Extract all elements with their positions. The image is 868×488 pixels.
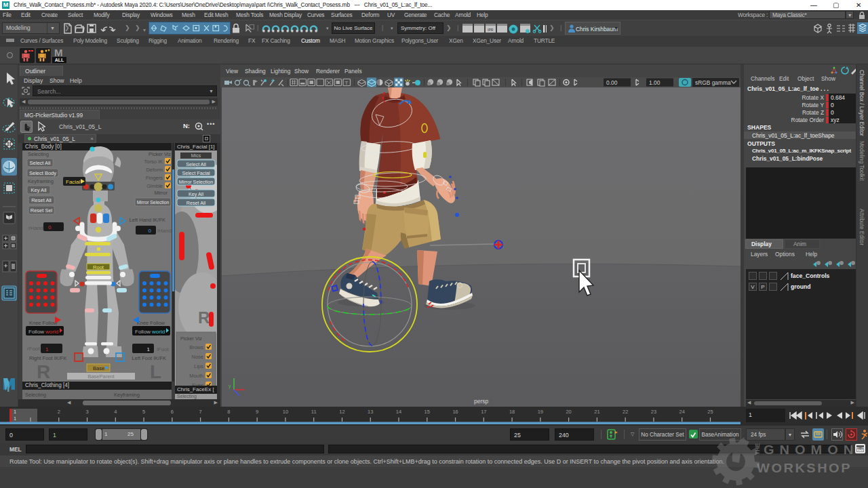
svg-text:25: 25 — [707, 409, 713, 415]
svg-text:Left Hand IK/FK: Left Hand IK/FK — [130, 217, 165, 223]
svg-text:Reset All: Reset All — [186, 200, 206, 206]
svg-text:Reset All: Reset All — [31, 197, 52, 203]
svg-text:16: 16 — [452, 409, 458, 415]
svg-text:23: 23 — [651, 409, 656, 415]
svg-text:20: 20 — [566, 409, 571, 415]
svg-text:Deform: Deform — [146, 167, 163, 173]
svg-text:Select Body: Select Body — [29, 170, 56, 176]
svg-text:Left Foot IK/FK: Left Foot IK/FK — [132, 355, 166, 361]
svg-text:Picker Viz: Picker Viz — [180, 336, 202, 342]
svg-text:1.00: 1.00 — [649, 79, 660, 86]
svg-text:Key All: Key All — [189, 191, 203, 197]
svg-text:Base: Base — [93, 365, 104, 371]
svg-text:7: 7 — [199, 409, 202, 415]
svg-text:IPR: IPR — [488, 28, 494, 32]
svg-text:Right Foot IK/FK: Right Foot IK/FK — [29, 355, 66, 361]
svg-text:4: 4 — [114, 409, 117, 415]
svg-text:world: world — [45, 329, 58, 335]
svg-text:24: 24 — [679, 409, 685, 415]
svg-text:BaseParent: BaseParent — [87, 373, 115, 380]
svg-text:Knee Follow: Knee Follow — [137, 320, 165, 326]
svg-text:12: 12 — [339, 409, 344, 415]
svg-text:rFoot: rFoot — [27, 346, 40, 352]
svg-text:10: 10 — [283, 409, 288, 415]
svg-text:5: 5 — [142, 409, 145, 415]
svg-text:Selecting: Selecting — [28, 151, 49, 157]
svg-text:Lips: Lips — [194, 363, 203, 369]
svg-text:2: 2 — [58, 409, 60, 415]
svg-text:Reset Sel: Reset Sel — [31, 207, 53, 214]
svg-text:Mouth: Mouth — [189, 373, 203, 379]
svg-text:19: 19 — [538, 409, 543, 415]
svg-text:0: 0 — [149, 228, 152, 234]
svg-text:Brows: Brows — [189, 344, 203, 350]
svg-text:Knee Follow: Knee Follow — [29, 320, 58, 326]
svg-text:Mics: Mics — [191, 153, 201, 158]
svg-text:Fingers: Fingers — [146, 175, 163, 181]
svg-text:world: world — [151, 329, 165, 335]
svg-text:Mirror Selection: Mirror Selection — [137, 200, 170, 205]
svg-text:11: 11 — [311, 409, 317, 415]
svg-text:Torso IK: Torso IK — [144, 159, 163, 165]
svg-text:R: R — [37, 361, 50, 382]
svg-text:0: 0 — [48, 224, 52, 230]
svg-text:Root: Root — [93, 264, 104, 270]
svg-text:1: 1 — [45, 346, 49, 352]
svg-text:T: T — [345, 80, 349, 86]
svg-text:Select All: Select All — [30, 160, 51, 166]
svg-text:0.00: 0.00 — [606, 79, 618, 86]
svg-text:14: 14 — [396, 409, 401, 415]
svg-text:Mirror: Mirror — [154, 190, 167, 196]
svg-text:Keyframing: Keyframing — [28, 178, 54, 184]
svg-text:8: 8 — [227, 409, 230, 415]
svg-text:persp: persp — [474, 398, 489, 405]
svg-text:Follow: Follow — [135, 329, 151, 335]
svg-text:sRGB gamma: sRGB gamma — [695, 79, 731, 86]
svg-text:Select All: Select All — [186, 161, 206, 167]
svg-text:Gimble: Gimble — [146, 183, 163, 189]
svg-text:L: L — [150, 361, 161, 382]
svg-text:18: 18 — [509, 409, 515, 415]
svg-text:Key All: Key All — [31, 187, 47, 193]
svg-text:13: 13 — [368, 409, 373, 415]
svg-text:R: R — [198, 308, 210, 327]
svg-text:1: 1 — [147, 346, 151, 352]
svg-text:3: 3 — [85, 409, 88, 415]
svg-text:Select Facial: Select Facial — [182, 170, 210, 176]
svg-text:21: 21 — [594, 409, 599, 415]
svg-text:lFoot: lFoot — [157, 346, 170, 352]
svg-text:Nose: Nose — [191, 354, 203, 360]
svg-text:9: 9 — [256, 409, 258, 415]
svg-text:22: 22 — [623, 409, 628, 415]
svg-text:6: 6 — [171, 409, 174, 415]
svg-text:17: 17 — [481, 409, 486, 415]
svg-text:y: y — [229, 384, 231, 389]
svg-text:Picker Viz: Picker Viz — [149, 151, 171, 157]
svg-text:Facial: Facial — [66, 179, 81, 185]
svg-text:rHand: rHand — [28, 225, 43, 231]
svg-text:Mirror Selection: Mirror Selection — [179, 179, 213, 185]
svg-text:Follow: Follow — [28, 329, 44, 335]
svg-text:lHand: lHand — [157, 228, 172, 234]
svg-text:15: 15 — [425, 409, 430, 415]
